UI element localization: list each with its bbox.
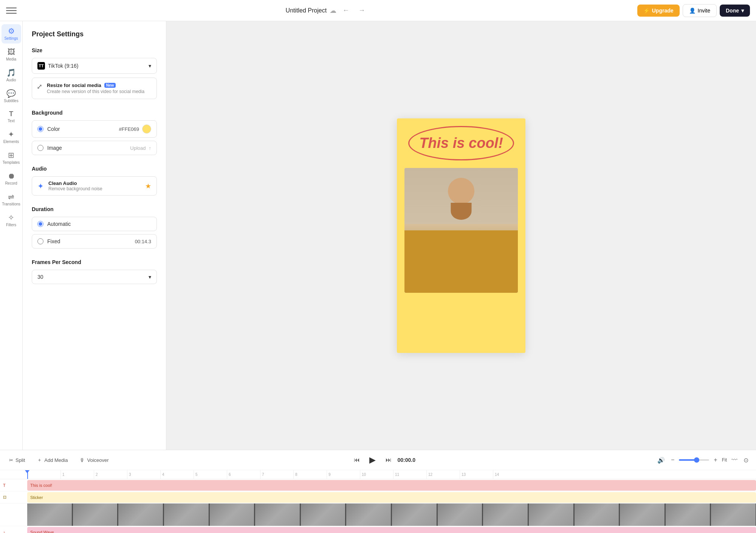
clean-audio-desc: Remove background noise (48, 186, 102, 191)
video-thumb-2 (73, 503, 118, 526)
image-option[interactable]: Image Upload ↑ (32, 141, 157, 155)
video-thumb-4 (164, 503, 209, 526)
sidebar-item-filters[interactable]: ✧ Filters (2, 211, 21, 230)
ruler-mark-3: 3 (127, 470, 160, 479)
timeline-toolbar: ✂ Split ＋ Add Media 🎙 Voiceover ⏮ ▶ ⏭ 00… (0, 450, 756, 470)
fps-dropdown[interactable]: 30 ▾ (32, 270, 157, 284)
sidebar-item-subtitles[interactable]: 💬 Subtitles (2, 87, 21, 106)
resize-card[interactable]: ⤢ Resize for social media New Create new… (32, 78, 157, 99)
sidebar-item-templates[interactable]: ⊞ Templates (2, 148, 21, 168)
settings-panel-title: Project Settings (32, 30, 157, 38)
video-thumb-16 (711, 503, 756, 526)
waveform-button[interactable]: 〰 (730, 455, 739, 465)
zoom-in-button[interactable]: + (712, 455, 719, 465)
audio-section: Audio ✦ Clean Audio Remove background no… (32, 166, 157, 196)
topbar-center: Untitled Project ☁ ← → (286, 5, 369, 16)
transitions-icon: ⇌ (8, 193, 14, 200)
size-dropdown[interactable]: TT TikTok (9:16) ▾ (32, 58, 157, 74)
color-hex: #FFE069 (119, 126, 139, 132)
sound-track-content[interactable]: Sound Wave (27, 526, 756, 533)
sidebar-item-text[interactable]: T Text (2, 107, 21, 126)
chevron-down-icon: ▾ (149, 274, 151, 280)
automatic-radio[interactable] (37, 221, 43, 227)
sidebar-item-elements[interactable]: ✦ Elements (2, 127, 21, 147)
more-options-button[interactable]: ⊙ (742, 455, 750, 465)
timeline-right-controls: 🔊 − + Fit 〰 ⊙ (656, 455, 750, 465)
sidebar-item-settings[interactable]: ⚙ Settings (2, 24, 21, 44)
timeline-tracks: 1 2 3 4 5 6 7 8 9 10 11 12 13 14 T This … (0, 470, 756, 533)
sidebar-item-record[interactable]: ⏺ Record (2, 169, 21, 188)
chevron-down-icon: ▾ (741, 8, 744, 14)
automatic-option[interactable]: Automatic (32, 217, 157, 231)
zoom-out-button[interactable]: − (669, 455, 676, 465)
sidebar-item-label: Record (5, 181, 17, 185)
fixed-option[interactable]: Fixed 00:14.3 (32, 234, 157, 249)
ruler-mark-13: 13 (460, 470, 493, 479)
ruler-mark-0 (27, 470, 60, 479)
zoom-slider[interactable] (679, 459, 709, 461)
ruler-mark-7: 7 (260, 470, 293, 479)
record-icon: ⏺ (8, 172, 15, 180)
audio-icon: 🎵 (6, 69, 16, 76)
clean-audio-label: Clean Audio (48, 180, 102, 186)
color-option[interactable]: Color #FFE069 (32, 120, 157, 138)
clean-audio-item[interactable]: ✦ Clean Audio Remove background noise ★ (32, 176, 157, 196)
sidebar-item-label: Filters (6, 223, 16, 227)
video-thumb-10 (438, 503, 483, 526)
topbar: Untitled Project ☁ ← → ⚡ Upgrade 👤 Invit… (0, 0, 756, 21)
voiceover-button[interactable]: 🎙 Voiceover (77, 456, 112, 465)
upgrade-button[interactable]: ⚡ Upgrade (637, 5, 680, 17)
sticker-track-block[interactable]: Sticker (27, 492, 756, 503)
sound-track-icon: ♪ (3, 530, 5, 533)
ruler-mark-8: 8 (293, 470, 327, 479)
cloud-icon[interactable]: ☁ (330, 6, 336, 15)
volume-button[interactable]: 🔊 (656, 455, 666, 465)
size-section: Size TT TikTok (9:16) ▾ ⤢ Resize for soc… (32, 47, 157, 99)
split-button[interactable]: ✂ Split (6, 456, 28, 465)
rewind-button[interactable]: ⏮ (352, 455, 361, 465)
add-icon: ＋ (37, 457, 42, 463)
video-thumb-3 (118, 503, 163, 526)
fixed-radio[interactable] (37, 238, 43, 244)
color-radio[interactable] (37, 126, 43, 132)
playhead (27, 470, 28, 479)
sidebar-item-label: Media (6, 57, 16, 61)
video-track-content[interactable] (27, 503, 756, 526)
video-thumb-12 (529, 503, 574, 526)
sidebar-item-transitions[interactable]: ⇌ Transitions (2, 190, 21, 209)
main-area: ⚙ Settings 🖼 Media 🎵 Audio 💬 Subtitles T… (0, 21, 756, 450)
image-radio[interactable] (37, 145, 43, 151)
chevron-down-icon: ▾ (149, 63, 151, 69)
sound-track-block[interactable]: Sound Wave (27, 527, 756, 533)
fixed-value: 00:14.3 (135, 239, 151, 244)
invite-button[interactable]: 👤 Invite (683, 4, 717, 17)
text-icon: T (9, 110, 13, 117)
ruler-mark-10: 10 (360, 470, 393, 479)
color-swatch[interactable] (142, 124, 151, 134)
person-image (404, 168, 518, 293)
text-track-content[interactable]: This is cool! (27, 479, 756, 491)
sidebar-item-label: Text (8, 119, 14, 123)
add-media-button[interactable]: ＋ Add Media (34, 455, 71, 465)
resize-desc: Create new version of this video for soc… (47, 89, 144, 94)
done-button[interactable]: Done ▾ (720, 5, 750, 17)
video-track-row (0, 503, 756, 526)
redo-button[interactable]: → (355, 5, 368, 16)
sidebar-item-media[interactable]: 🖼 Media (2, 45, 21, 64)
text-overlay[interactable]: This is cool! (404, 130, 518, 157)
sidebar-item-label: Settings (4, 36, 18, 40)
play-button[interactable]: ▶ (366, 453, 380, 467)
menu-button[interactable] (6, 5, 17, 16)
fastforward-button[interactable]: ⏭ (384, 455, 393, 465)
sidebar-item-audio[interactable]: 🎵 Audio (2, 66, 21, 85)
undo-button[interactable]: ← (339, 5, 352, 16)
sticker-track-content[interactable]: Sticker (27, 491, 756, 503)
ruler-mark-5: 5 (194, 470, 227, 479)
ruler-mark-6: 6 (227, 470, 260, 479)
elements-icon: ✦ (8, 131, 14, 138)
text-track-row: T This is cool! (0, 479, 756, 491)
video-thumb-5 (210, 503, 255, 526)
text-track-block[interactable]: This is cool! (27, 480, 756, 491)
sticker-track-row: ⊡ Sticker (0, 491, 756, 503)
fit-button[interactable]: Fit (722, 457, 727, 463)
